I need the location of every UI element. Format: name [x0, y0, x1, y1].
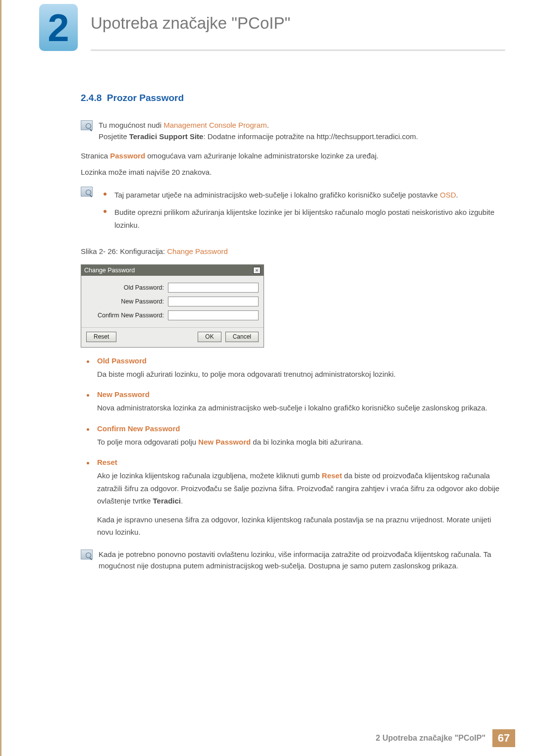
def-old-password: Old Password Da biste mogli ažurirati lo…: [87, 356, 501, 387]
bullet-icon: [104, 210, 107, 213]
def-text: Da biste mogli ažurirati lozinku, to pol…: [97, 368, 501, 381]
def-confirm-password: Confirm New Password To polje mora odgov…: [87, 424, 501, 454]
chapter-title: Upotreba značajke "PCoIP": [91, 14, 290, 33]
def-new-password: New Password Nova administratorska lozin…: [87, 390, 501, 420]
new-password-keyword: New Password: [198, 438, 251, 446]
bullet-icon: [87, 394, 89, 397]
definitions-list: Old Password Da biste mogli ažurirati lo…: [87, 356, 501, 545]
def-title: Reset: [97, 458, 501, 466]
teradici-bold: Teradici: [153, 497, 181, 505]
content-area: 2.4.8 Prozor Password Tu mogućnost nudi …: [81, 93, 501, 577]
dialog-footer: Reset OK Cancel: [81, 327, 264, 347]
section-title: Prozor Password: [107, 93, 184, 103]
note-icon: [81, 120, 93, 130]
page-footer: 2 Upotreba značajke "PCoIP" 67: [376, 729, 515, 747]
chapter-number-badge: 2: [39, 4, 78, 51]
new-password-row: New Password:: [86, 297, 259, 306]
confirm-password-input[interactable]: [168, 310, 259, 320]
def-reset: Reset Ako je lozinka klijentskog računal…: [87, 458, 501, 545]
bullet-icon: [87, 462, 89, 464]
old-password-input[interactable]: [168, 283, 259, 293]
note-icon: [81, 550, 93, 559]
change-password-keyword: Change Password: [167, 247, 228, 255]
def-title: Confirm New Password: [97, 424, 501, 433]
change-password-dialog: Change Password × Old Password: New Pass…: [81, 264, 264, 348]
page-number: 67: [492, 729, 515, 747]
figure-caption: Slika 2- 26: Konfiguracija: Change Passw…: [81, 246, 501, 257]
note-icon: [81, 187, 93, 197]
section-number: 2.4.8: [81, 93, 102, 103]
bullet-icon: [104, 193, 107, 196]
password-keyword: Password: [110, 151, 145, 160]
def-title: Old Password: [97, 356, 501, 365]
old-password-row: Old Password:: [86, 283, 259, 293]
body-text: Lozinka može imati najviše 20 znakova.: [81, 166, 501, 179]
info-note: Kada je potrebno ponovno postaviti ovlaš…: [81, 549, 501, 572]
teradici-support-bold: Teradici Support Site: [129, 132, 204, 141]
old-password-label: Old Password:: [86, 284, 168, 291]
chapter-number: 2: [48, 8, 69, 47]
new-password-label: New Password:: [86, 298, 168, 305]
dialog-title: Change Password: [84, 267, 135, 274]
def-title: New Password: [97, 390, 501, 399]
close-button[interactable]: ×: [253, 267, 261, 274]
osd-keyword: OSD: [440, 191, 456, 199]
cancel-button[interactable]: Cancel: [225, 332, 259, 342]
def-text: Nova administratorska lozinka za adminis…: [97, 402, 501, 414]
reset-keyword: Reset: [322, 471, 342, 480]
def-text: Kada je ispravno unesena šifra za odgovo…: [97, 513, 501, 539]
info-note: Tu mogućnost nudi Management Console Pro…: [81, 119, 501, 143]
body-text: Stranica Password omogućava vam ažuriran…: [81, 150, 501, 162]
section-heading: 2.4.8 Prozor Password: [81, 93, 501, 103]
note-text: Taj parametar utječe na administracijsko…: [99, 186, 501, 237]
confirm-password-row: Confirm New Password:: [86, 310, 259, 320]
dialog-titlebar: Change Password ×: [81, 265, 264, 276]
def-text: Ako je lozinka klijentskog računala izgu…: [97, 469, 501, 507]
management-console-link: Management Console Program: [163, 121, 267, 129]
bullet-icon: [87, 360, 89, 363]
reset-button[interactable]: Reset: [86, 332, 116, 342]
bullet-item: Taj parametar utječe na administracijsko…: [104, 189, 501, 202]
note-text: Tu mogućnost nudi Management Console Pro…: [99, 119, 501, 143]
def-text: To polje mora odgovarati polju New Passw…: [97, 436, 501, 449]
info-note: Taj parametar utječe na administracijsko…: [81, 186, 501, 237]
header-divider: [91, 50, 505, 50]
new-password-input[interactable]: [168, 297, 259, 306]
bullet-item: Budite oprezni prilikom ažuriranja klije…: [104, 206, 501, 231]
ok-button[interactable]: OK: [198, 332, 221, 342]
bullet-icon: [87, 428, 89, 431]
confirm-password-label: Confirm New Password:: [86, 312, 168, 319]
note-text: Kada je potrebno ponovno postaviti ovlaš…: [99, 549, 501, 572]
footer-text: 2 Upotreba značajke "PCoIP": [376, 734, 485, 743]
